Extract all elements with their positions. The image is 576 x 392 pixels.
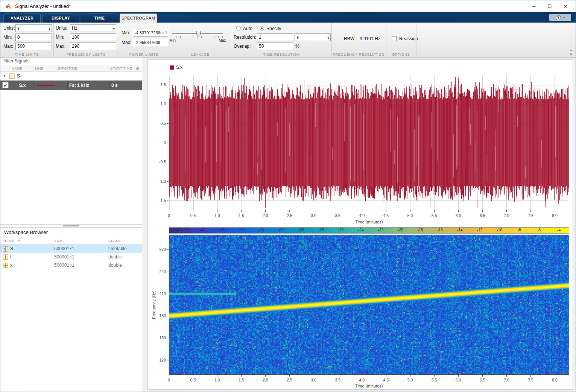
minimize-button[interactable]: ─ xyxy=(526,0,542,12)
x-tick-mark xyxy=(241,210,242,212)
signal-group-row[interactable]: ▾ S xyxy=(0,72,142,81)
reassign-label: Reassign xyxy=(399,36,418,41)
tab-time[interactable]: TIME xyxy=(81,14,118,23)
x-tick-label: 7.5 xyxy=(528,378,533,382)
resolution-input[interactable]: 1 xyxy=(257,33,293,41)
check-icon: ✓ xyxy=(3,83,7,88)
workspace-browser-header: Workspace Browser xyxy=(0,228,142,237)
resolution-units-dropdown[interactable]: s▾ xyxy=(295,33,331,41)
column-separator xyxy=(109,66,110,71)
waveform-plot-canvas[interactable] xyxy=(169,75,569,210)
x-tick-mark xyxy=(289,210,290,212)
section-divider xyxy=(119,23,119,56)
tab-display[interactable]: DISPLAY xyxy=(42,14,79,23)
x-tick-label: 6.0 xyxy=(456,213,461,218)
tab-spectrogram[interactable]: SPECTROGRAM xyxy=(120,14,157,23)
section-divider xyxy=(53,23,54,56)
auto-radio-label: Auto xyxy=(243,26,252,31)
rbw-label: RBW : xyxy=(344,36,357,41)
x-tick-label: 2.5 xyxy=(287,213,292,218)
section-time-resolution: TIME RESOLUTION xyxy=(232,53,331,56)
reassign-checkbox[interactable] xyxy=(392,36,397,41)
workspace-row-t[interactable]: t 500001×1 double xyxy=(0,253,142,261)
power-max-input[interactable]: -2.955847609 xyxy=(133,39,168,46)
panel-splitter-handle[interactable] xyxy=(63,225,79,226)
chevron-down-icon: ▾ xyxy=(563,16,565,19)
specify-radio[interactable] xyxy=(260,26,264,30)
x-tick-mark xyxy=(241,375,242,377)
power-min-label: Min: xyxy=(122,30,130,35)
y-tick-mark xyxy=(167,360,169,360)
toolstrip-tab-bar: ANALYZER DISPLAY TIME SPECTROGRAM ? ▾ xyxy=(0,12,576,23)
waveform-x-axis-label: Time (minutes) xyxy=(356,220,383,224)
signal-info-cell xyxy=(57,81,67,90)
workspace-row-x[interactable]: x 500001×1 double xyxy=(0,261,142,269)
freq-min-input[interactable]: 100 xyxy=(70,33,116,41)
signal-checkbox[interactable]: ✓ xyxy=(2,82,9,88)
overlap-input[interactable]: 50 xyxy=(257,43,293,50)
section-divider xyxy=(386,23,386,56)
col-name[interactable]: NAME xyxy=(12,66,23,70)
section-divider xyxy=(232,23,232,56)
x-tick-label: 5.5 xyxy=(432,378,437,382)
filter-signals-label[interactable]: Filter Signals xyxy=(3,58,29,64)
x-tick-mark xyxy=(482,210,483,212)
y-tick-label: 210 xyxy=(152,292,166,296)
x-tick-mark xyxy=(193,210,193,212)
signal-row[interactable]: ✓ S.x Fs: 1 kHz 0 s xyxy=(0,81,142,90)
col-start-time[interactable]: START TIME xyxy=(110,66,132,70)
freq-units-dropdown[interactable]: Hz▾ xyxy=(70,24,116,32)
auto-radio[interactable] xyxy=(236,26,241,30)
workspace-row-S[interactable]: S 500001×1 timetable xyxy=(0,245,142,253)
resolution-label: Resolution: xyxy=(234,35,256,40)
help-button[interactable]: ? ▾ xyxy=(549,14,571,21)
gear-icon[interactable]: ⚙ xyxy=(135,66,140,71)
x-tick-mark xyxy=(410,375,410,377)
spectrogram-canvas[interactable] xyxy=(169,235,569,374)
power-min-input[interactable]: -4.337917239e+1 xyxy=(133,29,168,36)
maximize-button[interactable]: ☐ xyxy=(542,0,558,12)
collapse-toolstrip-button[interactable]: ▴ xyxy=(570,50,572,55)
colorbar-tick-label: -34 xyxy=(259,227,264,233)
tab-analyzer[interactable]: ANALYZER xyxy=(3,14,41,23)
col-time[interactable]: TIME xyxy=(68,66,78,70)
y-tick-mark xyxy=(167,162,169,162)
signal-line-sample xyxy=(36,85,55,86)
time-units-dropdown[interactable]: s▾ xyxy=(15,24,52,32)
time-min-input[interactable]: 0 xyxy=(15,33,52,41)
freq-max-input[interactable]: 290 xyxy=(70,43,116,50)
overlap-label: Overlap: xyxy=(234,44,251,49)
x-tick-mark xyxy=(530,375,531,377)
y-tick-mark xyxy=(167,316,169,316)
ws-col-class[interactable]: CLASS xyxy=(108,239,121,243)
y-tick-mark xyxy=(167,123,169,124)
dropdown-arrow-icon: ▾ xyxy=(113,26,115,32)
x-tick-label: 3.0 xyxy=(311,213,316,218)
y-tick-label: 270 xyxy=(152,247,166,252)
x-tick-mark xyxy=(289,375,290,377)
x-tick-mark xyxy=(314,375,314,377)
y-tick-label: 180 xyxy=(152,313,166,318)
colorbar-tick-label: -24 xyxy=(358,227,363,233)
ws-col-name[interactable]: NAME xyxy=(3,239,14,243)
double-icon xyxy=(3,254,8,260)
expander-icon[interactable]: ▾ xyxy=(3,73,5,77)
time-max-input[interactable]: 500 xyxy=(15,43,52,50)
close-button[interactable]: ✕ xyxy=(558,0,573,12)
y-tick-mark xyxy=(167,294,169,294)
x-tick-mark xyxy=(555,210,555,212)
x-tick-label: 1.5 xyxy=(239,378,244,382)
signal-line-cell xyxy=(33,81,57,90)
ws-col-size[interactable]: SIZE xyxy=(54,239,62,243)
x-tick-label: 5.0 xyxy=(407,213,413,218)
colorbar-tick-label: -12 xyxy=(477,227,482,233)
waveform-legend: S.x xyxy=(170,65,182,70)
spectrogram-colorbar[interactable] xyxy=(169,227,569,234)
x-tick-label: 8.0 xyxy=(552,378,558,382)
col-line[interactable]: LINE xyxy=(35,66,43,70)
section-divider xyxy=(416,23,416,56)
y-tick-label: 1.0 xyxy=(152,102,166,106)
colorbar-tick-label: -30 xyxy=(299,227,304,233)
col-info[interactable]: INFO xyxy=(58,66,67,70)
colorbar-tick-label: -28 xyxy=(319,227,324,233)
